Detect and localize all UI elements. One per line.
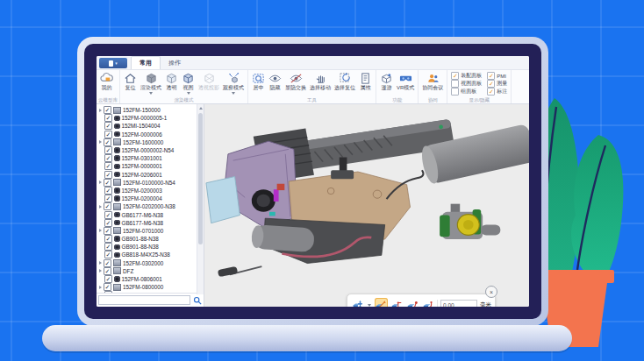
expand-caret-icon[interactable] [99,109,102,112]
item-checkbox[interactable]: ✓ [104,195,112,202]
tree-item[interactable]: ✓152FM-1600000 [97,138,204,146]
checkbox-icon[interactable] [451,80,459,88]
tree-item[interactable]: ✓152FM-0206001 [97,171,204,179]
expand-caret-icon[interactable] [99,261,102,265]
item-checkbox[interactable]: ✓ [104,114,112,122]
tab-operation[interactable]: 操作 [161,57,189,69]
tree-item[interactable]: ✓152FM-0000006 [97,131,204,138]
tree-item[interactable]: ✓DFZ [97,267,204,275]
tree-item[interactable]: ✓152FM-0806001 [97,275,204,283]
drag-move-button[interactable] [375,298,388,307]
item-checkbox[interactable]: ✓ [104,251,112,258]
hide-button[interactable]: 隐藏 [267,71,283,91]
tree-item[interactable]: ✓152FM-0100000-N54 [97,179,204,187]
expand-caret-icon[interactable] [99,286,102,289]
render-mode-button[interactable]: 渲染模式 [139,71,163,95]
display-checkbox[interactable]: 组面板 [451,88,482,96]
tree-item[interactable]: ✓152FM-0000005-1 [97,114,204,122]
checkbox-icon[interactable]: ✓ [487,72,495,80]
expand-caret-icon[interactable] [99,180,102,184]
tree-item[interactable]: ✓152FM-0200003 [97,187,204,195]
properties-button[interactable]: 属性 [357,71,374,91]
vr-mode-button[interactable]: VR模式 [395,71,416,91]
item-checkbox[interactable]: ✓ [104,162,112,170]
tree-item[interactable]: ✓GB901-88-N38 [97,235,204,243]
point-move-button[interactable] [405,298,419,307]
item-checkbox[interactable]: ✓ [104,122,112,130]
expand-caret-icon[interactable] [99,205,102,209]
tree-item[interactable]: ✓152FM-0000001 [97,162,204,170]
item-checkbox[interactable]: ✓ [104,211,112,219]
tree-item[interactable]: ✓152FM-0202000-N38 [97,202,204,210]
item-checkbox[interactable]: ✓ [104,283,111,291]
distance-input[interactable] [440,300,477,308]
dropdown-caret-icon[interactable] [368,304,371,307]
tree-search-input[interactable] [98,295,190,305]
scroll-up-arrow-icon[interactable] [197,104,204,111]
observe-mode-button[interactable]: 观察模式 [221,71,246,95]
tab-common[interactable]: 常用 [131,56,161,69]
tree-item[interactable]: ✓152FM-0701000 [97,227,204,235]
tree-item[interactable]: ✓152FM-0200004 [97,195,204,202]
item-checkbox[interactable]: ✓ [104,179,111,187]
view-button[interactable]: 视图 [180,71,197,95]
item-checkbox[interactable]: ✓ [104,187,112,195]
item-checkbox[interactable]: ✓ [104,227,111,235]
transparent-button[interactable]: 透明 [163,71,180,91]
search-button[interactable] [192,295,202,305]
model-viewport[interactable]: 毫米 × [204,104,529,307]
item-checkbox[interactable]: ✓ [104,267,111,275]
tree-item[interactable]: ✓GB901-88-N38 [97,243,204,251]
tree-item[interactable]: ✓152FM-150000 [97,106,204,114]
display-checkbox[interactable]: 视图面板 [451,80,482,88]
axis-move-button[interactable] [390,298,404,307]
display-checkbox[interactable]: ✓装配面板 [451,72,482,80]
expand-caret-icon[interactable] [99,269,102,273]
close-toolbar-button[interactable]: × [485,286,497,298]
item-checkbox[interactable]: ✓ [104,131,112,138]
item-checkbox[interactable]: ✓ [104,219,112,227]
checkbox-icon[interactable] [451,88,459,96]
tree-scrollbar[interactable] [197,104,204,294]
tree-item[interactable]: ✓152MI-1504004 [97,122,204,130]
collab-meeting-button[interactable]: 协同会议 [420,71,445,91]
item-checkbox[interactable]: ✓ [104,259,111,267]
item-checkbox[interactable]: ✓ [104,146,112,154]
show-hide-swap-button[interactable]: 显隐交换 [283,71,308,91]
center-button[interactable]: 居中 [250,71,267,91]
expand-caret-icon[interactable] [99,229,102,232]
checkbox-icon[interactable]: ✓ [487,88,495,96]
checkbox-icon[interactable]: ✓ [487,80,495,88]
free-move-button[interactable] [351,298,364,307]
item-checkbox[interactable]: ✓ [104,138,111,146]
rotate-move-button[interactable] [421,298,434,307]
tree-item[interactable]: ✓152FM-0000002-N54 [97,146,204,154]
display-checkbox[interactable]: ✓标注 [487,88,507,96]
part-icon [114,212,120,218]
select-reset-button[interactable]: 选择复位 [333,71,357,91]
reset-button[interactable]: 复位 [122,71,139,91]
scrollbar-thumb[interactable] [198,113,203,244]
display-checkbox[interactable]: ✓测量 [487,80,507,88]
display-checkbox[interactable]: ✓PMI [487,72,507,80]
item-checkbox[interactable]: ✓ [104,171,112,179]
app-menu-button[interactable]: ▾ [99,58,127,68]
tree-item[interactable]: ✓152FM-0301001 [97,154,204,162]
roam-button[interactable]: 漫游 [378,71,395,91]
tree-item[interactable]: ✓152FM-0800000 [97,283,204,291]
checkbox-icon[interactable]: ✓ [451,72,459,80]
item-checkbox[interactable]: ✓ [104,235,112,243]
tree-item[interactable]: ✓GB6177-M6-N38 [97,219,204,227]
point-cube-icon [406,300,419,308]
tree-item[interactable]: ✓GB6177-M6-N38 [97,210,204,218]
item-checkbox[interactable]: ✓ [104,202,111,210]
my-models-button[interactable]: 我的 [98,71,115,91]
item-checkbox[interactable]: ✓ [104,243,112,251]
expand-caret-icon[interactable] [99,140,102,144]
item-checkbox[interactable]: ✓ [104,275,112,283]
item-checkbox[interactable]: ✓ [104,106,111,114]
select-move-button[interactable]: 选择移动 [308,71,333,91]
tree-item[interactable]: ✓152FM-0302000 [97,259,204,267]
item-checkbox[interactable]: ✓ [104,154,112,162]
tree-item[interactable]: ✓GB818-M4X25-N38 [97,251,204,258]
